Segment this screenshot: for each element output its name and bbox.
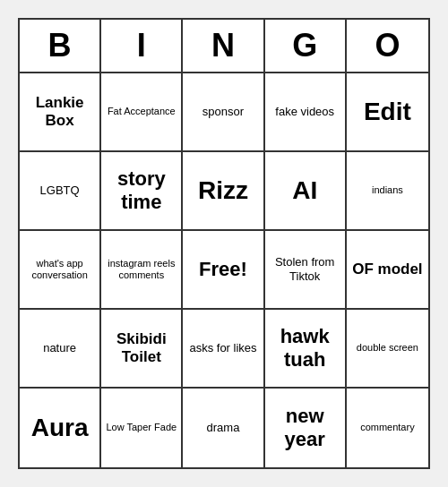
cell-text: AI bbox=[292, 175, 317, 206]
bingo-cell: fake videos bbox=[265, 73, 347, 152]
bingo-cell: Stolen from Tiktok bbox=[265, 231, 347, 310]
bingo-cell: asks for likes bbox=[183, 310, 264, 389]
bingo-cell: hawk tuah bbox=[265, 310, 347, 389]
bingo-cell: Fat Acceptance bbox=[101, 73, 183, 152]
cell-text: Aura bbox=[31, 413, 89, 443]
cell-text: what's app conversation bbox=[23, 258, 96, 281]
cell-text: Edit bbox=[364, 97, 411, 127]
bingo-cell: sponsor bbox=[183, 73, 264, 152]
cell-text: Stolen from Tiktok bbox=[269, 255, 341, 283]
bingo-cell: LGBTQ bbox=[20, 152, 101, 231]
bingo-letter: O bbox=[347, 20, 428, 72]
bingo-grid: Lankie BoxFat Acceptancesponsorfake vide… bbox=[20, 73, 428, 467]
cell-text: Free! bbox=[199, 258, 247, 281]
cell-text: LGBTQ bbox=[40, 184, 80, 198]
cell-text: commentary bbox=[360, 422, 415, 433]
cell-text: hawk tuah bbox=[269, 325, 341, 372]
bingo-cell: nature bbox=[20, 310, 101, 389]
bingo-cell: AI bbox=[265, 152, 347, 231]
bingo-cell: drama bbox=[183, 389, 264, 467]
bingo-cell: indians bbox=[347, 152, 428, 231]
bingo-letter: N bbox=[183, 20, 264, 72]
cell-text: asks for likes bbox=[189, 341, 256, 355]
bingo-cell: Free! bbox=[183, 231, 264, 310]
bingo-cell: commentary bbox=[347, 389, 428, 467]
bingo-cell: what's app conversation bbox=[20, 231, 101, 310]
bingo-cell: Low Taper Fade bbox=[101, 389, 183, 467]
bingo-cell: instagram reels comments bbox=[101, 231, 183, 310]
bingo-cell: Rizz bbox=[183, 152, 264, 231]
cell-text: Skibidi Toilet bbox=[105, 330, 177, 367]
bingo-cell: Aura bbox=[20, 389, 101, 467]
bingo-cell: Lankie Box bbox=[20, 73, 101, 152]
bingo-card: BINGO Lankie BoxFat Acceptancesponsorfak… bbox=[18, 18, 430, 469]
bingo-cell: OF model bbox=[347, 231, 428, 310]
cell-text: Low Taper Fade bbox=[106, 422, 177, 433]
bingo-cell: double screen bbox=[347, 310, 428, 389]
bingo-cell: new year bbox=[265, 389, 347, 467]
bingo-letter: I bbox=[101, 20, 183, 72]
cell-text: OF model bbox=[352, 261, 422, 278]
bingo-cell: Skibidi Toilet bbox=[101, 310, 183, 389]
bingo-cell: story time bbox=[101, 152, 183, 231]
cell-text: fake videos bbox=[275, 105, 334, 119]
cell-text: indians bbox=[372, 184, 403, 196]
cell-text: Fat Acceptance bbox=[108, 106, 176, 117]
cell-text: Lankie Box bbox=[23, 94, 96, 131]
cell-text: sponsor bbox=[202, 105, 244, 119]
cell-text: instagram reels comments bbox=[105, 258, 177, 281]
bingo-header: BINGO bbox=[20, 20, 428, 73]
cell-text: new year bbox=[269, 405, 341, 452]
cell-text: story time bbox=[105, 167, 177, 215]
cell-text: double screen bbox=[357, 342, 418, 354]
cell-text: nature bbox=[43, 341, 76, 355]
cell-text: Rizz bbox=[198, 175, 248, 206]
bingo-cell: Edit bbox=[347, 73, 428, 152]
bingo-letter: B bbox=[20, 20, 101, 72]
cell-text: drama bbox=[207, 421, 240, 435]
bingo-letter: G bbox=[265, 20, 347, 72]
